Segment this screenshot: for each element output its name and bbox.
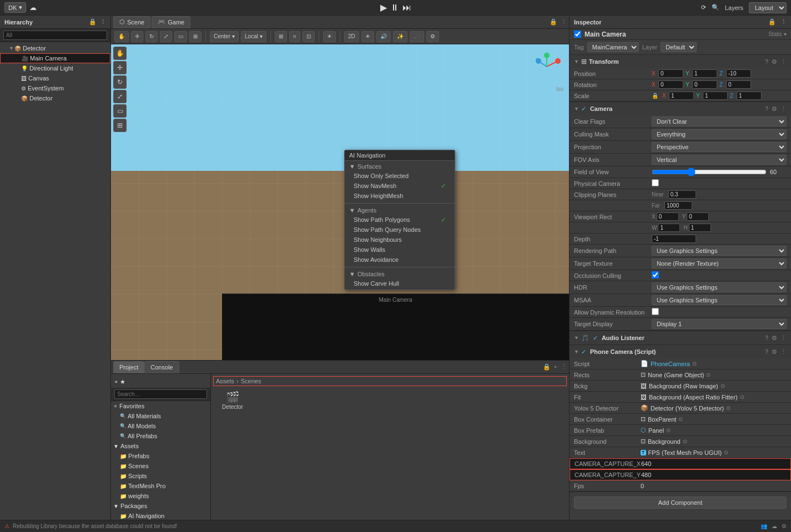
rect-tool[interactable]: ▭ [174, 31, 187, 42]
circle-icon[interactable]: ⊙ [740, 394, 744, 400]
collab-icon[interactable]: 👥 [760, 523, 767, 529]
menu-icon[interactable]: ⋮ [561, 363, 567, 371]
breadcrumb-scenes[interactable]: Scenes [241, 378, 261, 384]
search-icon[interactable]: 🔍 [712, 4, 719, 11]
favorites-header[interactable]: ★ Favorites [111, 401, 210, 411]
lock-icon[interactable]: 🔒 [550, 18, 557, 26]
transform-tool[interactable]: ⊞ [189, 31, 201, 42]
menu-icon[interactable]: ⋮ [561, 18, 567, 26]
snap-btn[interactable]: ⌗ [289, 31, 300, 42]
physical-camera-checkbox[interactable] [652, 179, 659, 186]
all-materials[interactable]: 🔍 All Materials [111, 411, 210, 421]
assets-header[interactable]: ▼ Assets [111, 441, 210, 451]
rotate-tool[interactable]: ↻ [145, 31, 158, 42]
circle-icon[interactable]: ⊙ [706, 372, 711, 378]
layer-dropdown[interactable]: Default [661, 42, 697, 52]
vp-x[interactable] [657, 212, 679, 221]
settings-icon[interactable]: ⚙ [772, 58, 777, 65]
play-button[interactable]: ▶ [380, 2, 387, 13]
pos-x-input[interactable] [658, 69, 683, 78]
move-tool[interactable]: ✛ [131, 31, 143, 42]
circle-icon[interactable]: ⊙ [726, 405, 730, 411]
rect-scene-btn[interactable]: ▭ [113, 104, 127, 118]
fov-slider[interactable] [652, 168, 767, 176]
hierarchy-search-input[interactable] [3, 31, 107, 40]
occlusion-checkbox[interactable] [652, 271, 659, 278]
history-icon[interactable]: ⟳ [701, 4, 706, 11]
scenes-folder[interactable]: 📁 Scenes [111, 461, 210, 471]
scene-camera[interactable]: 🎥 [410, 31, 424, 42]
far-input[interactable] [664, 201, 692, 210]
help-icon[interactable]: ? [765, 105, 768, 113]
tree-item-main-camera[interactable]: 🎥 Main Camera [0, 53, 110, 63]
vp-y[interactable] [687, 212, 709, 221]
show-heightmesh[interactable]: Show HeightMesh [345, 191, 455, 201]
pos-z-input[interactable] [726, 69, 751, 78]
menu-icon[interactable]: ⋮ [780, 105, 787, 113]
scale-z-input[interactable] [737, 92, 762, 100]
camera-checkbox[interactable]: ✓ [581, 105, 586, 113]
grid-btn[interactable]: ⊞ [275, 31, 287, 42]
show-carve-hull[interactable]: Show Carve Hull [345, 278, 455, 288]
object-active-toggle[interactable] [574, 31, 581, 38]
circle-icon[interactable]: ⊙ [683, 438, 687, 444]
circle-icon[interactable]: ⊙ [721, 383, 725, 389]
circle-icon[interactable]: ⊙ [666, 427, 671, 433]
tree-item-directional-light[interactable]: 💡 Directional Light [0, 63, 110, 73]
vp-w[interactable] [658, 224, 680, 232]
dk-badge[interactable]: DK ▾ [4, 2, 26, 13]
scale-x-input[interactable] [669, 92, 694, 100]
breadcrumb-assets[interactable]: Assets [216, 378, 234, 384]
all-prefabs[interactable]: 🔍 All Prefabs [111, 431, 210, 441]
culling-mask-dropdown[interactable]: Everything [652, 129, 787, 139]
prefabs-folder[interactable]: 📁 Prefabs [111, 451, 210, 461]
scale-tool[interactable]: ⤢ [160, 31, 172, 42]
clear-flags-dropdown[interactable]: Don't Clear [652, 116, 787, 126]
center-btn[interactable]: Center ▾ [210, 31, 239, 42]
settings-icon[interactable]: ⚙ [772, 335, 777, 342]
show-navmesh[interactable]: Show NavMesh ✓ [345, 181, 455, 191]
hdr-dropdown[interactable]: Use Graphics Settings [652, 282, 787, 292]
project-search-input[interactable] [114, 389, 207, 399]
phone-camera-header[interactable]: ▼ ✓ Phone Camera (Script) ? ⚙ ⋮ [570, 345, 791, 358]
layout-dropdown[interactable]: Layout [749, 2, 787, 13]
game-tab[interactable]: 🎮 Game [152, 16, 190, 28]
weights-folder[interactable]: 📁 weights [111, 491, 210, 501]
camera-header[interactable]: ▼ ✓ Camera ? ⚙ ⋮ [570, 102, 791, 115]
show-only-selected[interactable]: Show Only Selected [345, 171, 455, 181]
scene-view[interactable]: ✋ ✛ ↻ ⤢ ▭ ⊞ X [111, 44, 569, 360]
rot-z-input[interactable] [726, 80, 751, 89]
textmesh-folder[interactable]: 📁 TextMesh Pro [111, 481, 210, 491]
lock-scale-icon[interactable]: 🔒 [652, 93, 658, 99]
show-walls[interactable]: Show Walls [345, 245, 455, 255]
show-path-polygons[interactable]: Show Path Polygons ✓ [345, 215, 455, 225]
scene-tab[interactable]: ⬡ Scene [113, 16, 150, 28]
pos-y-input[interactable] [692, 69, 717, 78]
console-tab[interactable]: Console [144, 361, 179, 373]
tree-item-detector-child[interactable]: 📦 Detector [0, 93, 110, 103]
menu-icon[interactable]: ⋮ [100, 18, 106, 26]
move-scene-btn[interactable]: ✛ [113, 61, 127, 74]
target-display-dropdown[interactable]: Display 1 [652, 319, 787, 329]
tag-dropdown[interactable]: MainCamera [587, 42, 639, 52]
circle-icon[interactable]: ⊙ [724, 449, 728, 455]
circle-icon[interactable]: ⊙ [692, 361, 697, 367]
projection-dropdown[interactable]: Perspective [652, 142, 787, 152]
fx-toggle[interactable]: ✨ [393, 31, 407, 42]
rot-y-input[interactable] [692, 80, 717, 89]
light-toggle[interactable]: ☀ [361, 31, 374, 42]
local-btn[interactable]: Local ▾ [241, 31, 266, 42]
show-avoidance[interactable]: Show Avoidance [345, 255, 455, 265]
scale-scene-btn[interactable]: ⤢ [113, 90, 127, 103]
tree-item-event-system[interactable]: ⚙ EventSystem [0, 83, 110, 93]
fov-axis-dropdown[interactable]: Vertical [652, 155, 787, 165]
circle-icon[interactable]: ⊙ [678, 416, 683, 422]
audio-listener-header[interactable]: ▼ 🎵 ✓ Audio Listener ? ⚙ ⋮ [570, 331, 791, 344]
depth-input[interactable] [652, 235, 696, 243]
2d-btn[interactable]: 2D [344, 31, 359, 42]
gizmos-btn[interactable]: ☀ [323, 31, 336, 42]
settings2-icon[interactable]: ⚙ [782, 523, 787, 529]
star-icon[interactable]: ★ [120, 378, 125, 386]
packages-header[interactable]: ▼ Packages [111, 501, 210, 511]
audio-checkbox[interactable]: ✓ [593, 335, 598, 342]
